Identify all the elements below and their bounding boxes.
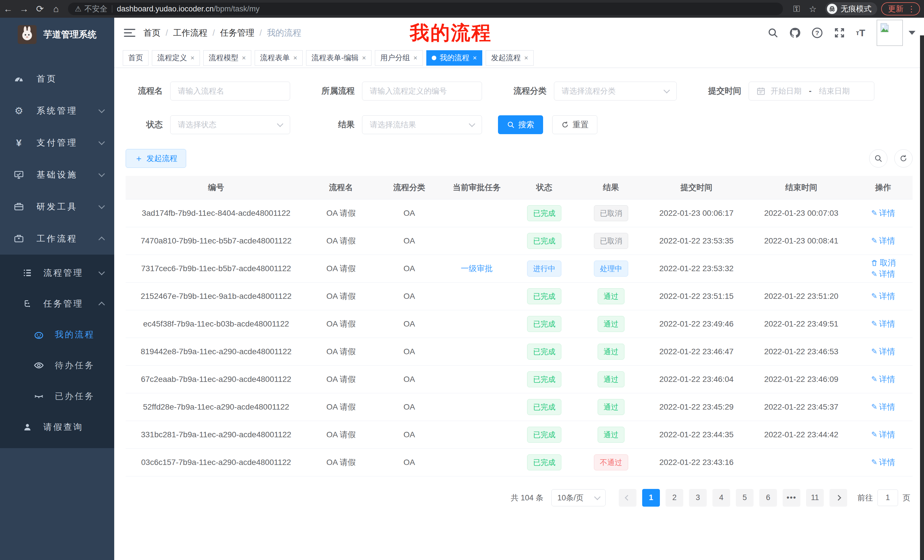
- browser-menu-icon[interactable]: ⋮: [908, 4, 915, 14]
- status-badge: 已完成: [527, 233, 561, 249]
- page: ← → ⟳ ⌂ ⚠ 不安全 dashboard.yudao.iocoder.cn…: [0, 0, 924, 560]
- tab-start-process[interactable]: 发起流程×: [486, 50, 534, 66]
- sidebar-item-devtools[interactable]: 研发工具: [0, 191, 114, 223]
- page-button-3[interactable]: 3: [689, 489, 707, 507]
- reload-icon[interactable]: ⟳: [32, 3, 48, 14]
- sidebar-item-infra[interactable]: 基础设施: [0, 159, 114, 191]
- page-button-4[interactable]: 4: [712, 489, 730, 507]
- sidebar-item-done-tasks[interactable]: 已办任务: [0, 381, 114, 412]
- app-title: 芋道管理系统: [44, 28, 96, 40]
- prev-page-button[interactable]: [619, 489, 636, 507]
- close-icon[interactable]: ×: [362, 54, 366, 62]
- close-icon[interactable]: ×: [190, 54, 195, 62]
- monitor-icon: [13, 170, 25, 180]
- logo-avatar: [18, 25, 36, 44]
- tab-home[interactable]: 首页: [123, 50, 148, 66]
- address-bar[interactable]: ⚠ 不安全 dashboard.yudao.iocoder.cn /bpm/ta…: [68, 3, 783, 15]
- tab-process-definition[interactable]: 流程定义×: [152, 50, 200, 66]
- detail-link[interactable]: ✎详情: [871, 374, 895, 385]
- sidebar-item-payment[interactable]: ¥ 支付管理: [0, 127, 114, 159]
- category-select[interactable]: 请选择流程分类: [554, 82, 677, 100]
- sidebar-item-task-mgmt[interactable]: 任务管理: [0, 288, 114, 319]
- tab-process-form-edit[interactable]: 流程表单-编辑×: [306, 50, 372, 66]
- status-badge: 已完成: [527, 205, 561, 221]
- tab-process-form[interactable]: 流程表单×: [255, 50, 303, 66]
- font-size-icon[interactable]: тT: [856, 27, 865, 39]
- page-button-1[interactable]: 1: [642, 489, 660, 507]
- close-icon[interactable]: ×: [524, 54, 528, 62]
- goto-page-input[interactable]: [878, 490, 898, 506]
- github-icon[interactable]: [789, 27, 801, 39]
- process-name-input[interactable]: [170, 82, 290, 100]
- logo-row[interactable]: 芋道管理系统: [0, 18, 114, 51]
- detail-link[interactable]: ✎详情: [871, 235, 895, 246]
- page-button-5[interactable]: 5: [736, 489, 753, 507]
- detail-link[interactable]: ✎详情: [871, 291, 895, 302]
- page-button-6[interactable]: 6: [759, 489, 777, 507]
- page-size-select[interactable]: 10条/页: [551, 489, 606, 506]
- sidebar-item-my-process[interactable]: 我的流程: [0, 319, 114, 350]
- detail-link[interactable]: ✎详情: [871, 319, 895, 329]
- sidebar-item-todo-tasks[interactable]: 待办任务: [0, 350, 114, 381]
- edit-pen-icon: ✎: [871, 375, 878, 383]
- close-icon[interactable]: ×: [242, 54, 246, 62]
- detail-link[interactable]: ✎详情: [871, 429, 895, 440]
- breadcrumb-home[interactable]: 首页: [143, 27, 160, 39]
- create-process-button[interactable]: ＋ 发起流程: [126, 149, 186, 168]
- back-icon[interactable]: ←: [0, 4, 16, 14]
- detail-link[interactable]: ✎详情: [871, 269, 895, 279]
- close-icon[interactable]: ×: [414, 54, 417, 62]
- parent-process-input[interactable]: [362, 82, 482, 100]
- search-icon[interactable]: [767, 27, 778, 39]
- sidebar-item-process-mgmt[interactable]: 流程管理: [0, 258, 114, 288]
- next-page-button[interactable]: [830, 489, 847, 507]
- page-button-11[interactable]: 11: [806, 489, 824, 507]
- sidebar-collapse-icon[interactable]: [124, 28, 135, 37]
- cancel-link[interactable]: 取消: [871, 258, 896, 268]
- bookmark-star-icon[interactable]: ☆: [809, 4, 817, 14]
- sidebar-item-workflow[interactable]: 工作流程: [0, 223, 114, 255]
- result-select[interactable]: 请选择流结果: [362, 115, 482, 134]
- detail-link[interactable]: ✎详情: [871, 401, 895, 412]
- detail-link[interactable]: ✎详情: [871, 208, 895, 219]
- help-icon[interactable]: ?: [811, 27, 823, 39]
- insecure-label: 不安全: [84, 4, 107, 14]
- sidebar-item-leave-query[interactable]: 请假查询: [0, 412, 114, 442]
- tab-user-group[interactable]: 用户分组×: [375, 50, 423, 66]
- edit-pen-icon: ✎: [871, 292, 878, 301]
- refresh-table-button[interactable]: [894, 149, 913, 168]
- toggle-search-button[interactable]: [869, 149, 888, 168]
- breadcrumb-task-mgmt[interactable]: 任务管理: [220, 27, 254, 39]
- table-row: 7470a810-7b9b-11ec-b5b7-acde48001122 OA …: [126, 227, 913, 255]
- search-button[interactable]: 搜索: [498, 115, 543, 134]
- fullscreen-icon[interactable]: [834, 27, 846, 39]
- current-task-link[interactable]: 一级审批: [461, 263, 493, 274]
- forward-icon[interactable]: →: [16, 4, 32, 14]
- eye-closed-icon: [33, 391, 45, 401]
- chevron-up-icon: [99, 302, 105, 308]
- breadcrumb-workflow[interactable]: 工作流程: [173, 27, 207, 39]
- detail-link[interactable]: ✎详情: [871, 457, 895, 468]
- tab-process-model[interactable]: 流程模型×: [203, 50, 251, 66]
- tab-my-process[interactable]: 我的流程×: [426, 50, 482, 66]
- avatar[interactable]: [877, 20, 903, 46]
- home-icon[interactable]: ⌂: [48, 4, 64, 14]
- more-pages-button[interactable]: •••: [783, 489, 800, 507]
- close-icon[interactable]: ×: [473, 54, 477, 62]
- page-button-2[interactable]: 2: [666, 489, 683, 507]
- sidebar-item-system[interactable]: ⚙ 系统管理: [0, 95, 114, 127]
- reset-button[interactable]: 重置: [552, 115, 597, 134]
- status-select[interactable]: 请选择状态: [170, 115, 290, 134]
- submit-time-range[interactable]: 开始日期 - 结束日期: [748, 82, 874, 100]
- sidebar-item-home[interactable]: 首页: [0, 63, 114, 95]
- plus-icon: ＋: [135, 153, 143, 165]
- result-badge: 已取消: [594, 233, 628, 249]
- window-scrollbar[interactable]: [920, 35, 924, 560]
- calendar-icon: [756, 87, 765, 96]
- password-key-icon[interactable]: ⚿: [793, 4, 800, 14]
- col-name: 流程名: [307, 176, 375, 199]
- chrome-update-button[interactable]: 更新 ⋮: [881, 2, 920, 15]
- avatar-caret-icon[interactable]: [909, 31, 915, 35]
- detail-link[interactable]: ✎详情: [871, 346, 895, 357]
- close-icon[interactable]: ×: [293, 54, 297, 62]
